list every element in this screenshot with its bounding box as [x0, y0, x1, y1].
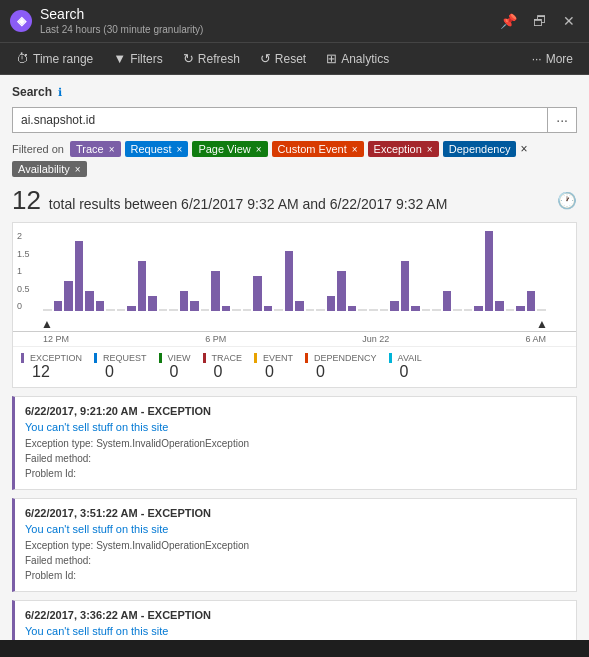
legend-item-dependency[interactable]: DEPENDENCY 0 — [305, 353, 377, 381]
x-label-jun22: Jun 22 — [362, 334, 389, 344]
search-input[interactable] — [13, 108, 547, 132]
chart-bar — [201, 309, 210, 311]
legend-row: EXCEPTION 12 REQUEST 0 VIEW 0 TRACE 0 EV… — [13, 346, 576, 387]
chart-bar — [401, 261, 410, 311]
event-detail: Exception type: System.InvalidOperationE… — [25, 538, 566, 583]
chart-bar — [190, 301, 199, 311]
chart-bar — [264, 306, 273, 311]
filter-tag-request[interactable]: Request × — [125, 141, 189, 157]
search-bar: ··· — [12, 107, 577, 133]
filter-tag-availability[interactable]: Availability × — [12, 161, 87, 177]
search-row: Search ℹ — [12, 85, 577, 99]
reset-button[interactable]: ↺ Reset — [252, 47, 314, 70]
event-title: You can't sell stuff on this site — [25, 625, 566, 637]
remove-dependency-filter[interactable]: × — [520, 142, 527, 156]
filter-tag-pageview[interactable]: Page View × — [192, 141, 267, 157]
window-title: Search — [40, 6, 203, 22]
search-options-button[interactable]: ··· — [547, 108, 576, 132]
filter-tag-customevent[interactable]: Custom Event × — [272, 141, 364, 157]
filter-icon: ▼ — [113, 51, 126, 66]
chart-bar — [337, 271, 346, 311]
refresh-button[interactable]: ↻ Refresh — [175, 47, 248, 70]
remove-exception-filter[interactable]: × — [427, 144, 433, 155]
legend-item-request[interactable]: REQUEST 0 — [94, 353, 147, 381]
time-range-label: Time range — [33, 52, 93, 66]
event-item[interactable]: 6/22/2017, 3:51:22 AM - EXCEPTION You ca… — [12, 498, 577, 592]
legend-value: 12 — [32, 363, 82, 381]
x-axis: 12 PM 6 PM Jun 22 6 AM — [13, 331, 576, 346]
legend-value: 0 — [214, 363, 243, 381]
legend-label: REQUEST — [94, 353, 147, 363]
y-label-1: 1 — [17, 266, 30, 276]
right-arrow-icon: ▲ — [536, 317, 548, 331]
time-range-button[interactable]: ⏱ Time range — [8, 47, 101, 70]
chart-bar — [43, 309, 52, 311]
restore-icon[interactable]: 🗗 — [529, 11, 551, 31]
chart-bar — [358, 309, 367, 311]
clock-icon: ⏱ — [16, 51, 29, 66]
results-clock-icon[interactable]: 🕐 — [557, 191, 577, 210]
remove-pageview-filter[interactable]: × — [256, 144, 262, 155]
chart-bar — [390, 301, 399, 311]
legend-label: TRACE — [203, 353, 243, 363]
event-title: You can't sell stuff on this site — [25, 523, 566, 535]
filters-button[interactable]: ▼ Filters — [105, 47, 171, 70]
toolbar: ⏱ Time range ▼ Filters ↻ Refresh ↺ Reset… — [0, 43, 589, 75]
event-item[interactable]: 6/22/2017, 9:21:20 AM - EXCEPTION You ca… — [12, 396, 577, 490]
chart-bar — [180, 291, 189, 311]
event-header: 6/22/2017, 9:21:20 AM - EXCEPTION — [25, 405, 566, 417]
filters-label: Filters — [130, 52, 163, 66]
legend-value: 0 — [170, 363, 191, 381]
filter-tag-dependency[interactable]: Dependency — [443, 141, 517, 157]
event-detail: Exception type: System.InvalidOperationE… — [25, 436, 566, 481]
legend-item-trace[interactable]: TRACE 0 — [203, 353, 243, 381]
chart-bar — [506, 309, 515, 311]
chart-bar — [117, 309, 126, 311]
legend-item-exception[interactable]: EXCEPTION 12 — [21, 353, 82, 381]
close-icon[interactable]: ✕ — [559, 11, 579, 31]
chart-bar — [232, 309, 241, 311]
filter-row: Filtered on Trace × Request × Page View … — [12, 141, 577, 177]
y-label-0: 0 — [17, 301, 30, 311]
results-summary: 12 total results between 6/21/2017 9:32 … — [12, 185, 577, 216]
chart-bar — [85, 291, 94, 311]
remove-trace-filter[interactable]: × — [109, 144, 115, 155]
chart-bar — [411, 306, 420, 311]
remove-request-filter[interactable]: × — [177, 144, 183, 155]
legend-value: 0 — [265, 363, 293, 381]
help-icon[interactable]: ℹ — [58, 86, 62, 99]
chart-bar — [169, 309, 178, 311]
chart-bar — [274, 309, 283, 311]
more-button[interactable]: ··· More — [524, 48, 581, 70]
chart-bar — [485, 231, 494, 311]
left-arrow-icon: ▲ — [41, 317, 53, 331]
chart-bar — [148, 296, 157, 311]
chart-bar — [243, 309, 252, 311]
chart-bar — [211, 271, 220, 311]
remove-customevent-filter[interactable]: × — [352, 144, 358, 155]
chart-bar — [253, 276, 262, 311]
chart-bar — [327, 296, 336, 311]
filter-tag-trace[interactable]: Trace × — [70, 141, 121, 157]
title-bar: ◈ Search Last 24 hours (30 minute granul… — [0, 0, 589, 43]
chart-grid: 2 1.5 1 0.5 0 — [13, 227, 576, 317]
event-item[interactable]: 6/22/2017, 3:36:22 AM - EXCEPTION You ca… — [12, 600, 577, 640]
pin-icon[interactable]: 📌 — [496, 11, 521, 31]
search-label: Search — [12, 85, 52, 99]
legend-item-avail[interactable]: AVAIL 0 — [389, 353, 422, 381]
analytics-button[interactable]: ⊞ Analytics — [318, 47, 397, 70]
chart-bar — [306, 309, 315, 311]
chart-bar — [464, 309, 473, 311]
chart-bar — [537, 309, 546, 311]
chart-bar — [316, 309, 325, 311]
legend-item-event[interactable]: EVENT 0 — [254, 353, 293, 381]
refresh-label: Refresh — [198, 52, 240, 66]
remove-availability-filter[interactable]: × — [75, 164, 81, 175]
event-header: 6/22/2017, 3:36:22 AM - EXCEPTION — [25, 609, 566, 621]
results-number: 12 — [12, 185, 41, 215]
bars-container — [43, 231, 546, 311]
legend-item-view[interactable]: VIEW 0 — [159, 353, 191, 381]
x-label-6pm: 6 PM — [205, 334, 226, 344]
event-title: You can't sell stuff on this site — [25, 421, 566, 433]
filter-tag-exception[interactable]: Exception × — [368, 141, 439, 157]
